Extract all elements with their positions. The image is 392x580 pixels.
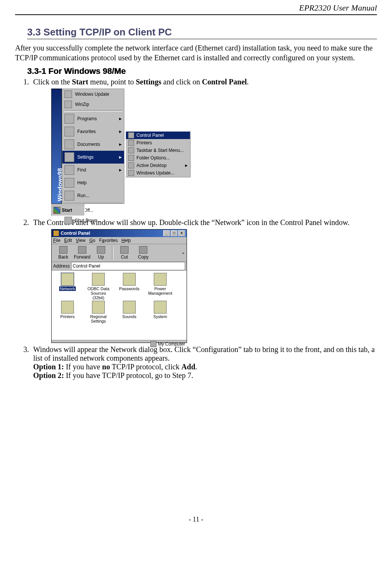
step-3: Windows will appear the Network dialog b… — [31, 345, 377, 380]
status-bar: My Computer — [52, 340, 187, 348]
submenu-arrow-icon: ▶ — [119, 142, 122, 146]
menu-go[interactable]: Go — [89, 238, 95, 243]
control-panel-content: Network ODBC Data Sources (32bit) Passwo… — [52, 271, 187, 340]
icon-power[interactable]: Power Management — [147, 273, 174, 300]
menu-help[interactable]: Help — [121, 238, 131, 243]
submenu-item-taskbar[interactable]: Taskbar & Start Menu... — [126, 147, 190, 154]
start-button[interactable]: Start — [51, 204, 85, 216]
menu-item-favorites[interactable]: Favorites▶ — [62, 125, 124, 138]
forward-icon — [78, 246, 86, 254]
windows-update-icon — [64, 90, 72, 98]
active-desktop-icon — [128, 162, 134, 168]
folder-options-icon — [128, 155, 134, 161]
favorites-icon — [64, 127, 74, 136]
submenu-item-windows-update[interactable]: Windows Update... — [126, 169, 190, 177]
tool-cut[interactable]: Cut — [115, 246, 134, 260]
step1-text: Click on the Start menu, point to Settin… — [33, 78, 249, 86]
figure-control-panel: Control Panel _ □ × File Edit View Go Fa… — [51, 229, 187, 343]
menu-item-find[interactable]: Find▶ — [62, 164, 124, 176]
settings-icon — [64, 152, 74, 162]
cut-icon — [120, 246, 129, 254]
step-1: Click on the Start menu, point to Settin… — [31, 78, 377, 216]
toolbar-overflow-icon[interactable]: » — [182, 251, 184, 255]
my-computer-icon — [150, 341, 156, 347]
icon-passwords[interactable]: Passwords — [116, 273, 143, 300]
menu-favorites[interactable]: Favorites — [99, 238, 118, 243]
winzip-icon — [64, 101, 72, 108]
documents-icon — [64, 139, 74, 149]
section-underline — [27, 39, 377, 39]
menu-item-winzip[interactable]: WinZip — [62, 99, 124, 109]
header-rule — [15, 14, 377, 15]
tool-back[interactable]: Back — [54, 246, 73, 260]
section-intro-paragraph: After you successfully complete the netw… — [15, 43, 377, 63]
menu-file[interactable]: File — [53, 238, 60, 243]
sounds-icon — [123, 301, 136, 314]
page-footer: - 11 - — [15, 516, 377, 523]
printers-icon — [61, 301, 74, 314]
power-icon — [154, 273, 167, 286]
help-icon — [64, 178, 74, 188]
submenu-item-folder-options[interactable]: Folder Options... — [126, 154, 190, 162]
address-input[interactable] — [71, 262, 185, 270]
figure-start-menu: Windows98 Windows Update WinZip Programs… — [51, 89, 194, 216]
close-button[interactable]: × — [178, 230, 185, 236]
icon-regional[interactable]: Regional Settings — [85, 301, 112, 323]
submenu-item-control-panel[interactable]: Control Panel — [126, 132, 190, 139]
tool-up[interactable]: Up — [92, 246, 110, 260]
windows-update-icon — [128, 170, 134, 176]
start-menu-column: Windows Update WinZip Programs▶ Favorite… — [62, 89, 124, 204]
tool-copy[interactable]: Copy — [134, 246, 153, 260]
maximize-button[interactable]: □ — [171, 230, 178, 236]
step3-option2: Option 2: If you have TCP/IP protocol, g… — [33, 371, 193, 380]
submenu-arrow-icon: ▶ — [185, 164, 188, 167]
up-icon — [97, 246, 105, 254]
address-label: Address — [53, 263, 70, 269]
window-titlebar: Control Panel _ □ × — [52, 230, 187, 237]
menu-view[interactable]: View — [76, 238, 86, 243]
icon-sounds[interactable]: Sounds — [116, 301, 143, 323]
tool-forward[interactable]: Forward — [73, 246, 92, 260]
submenu-item-active-desktop[interactable]: Active Desktop▶ — [126, 162, 190, 169]
icon-printers[interactable]: Printers — [54, 301, 81, 323]
submenu-item-printers[interactable]: Printers — [126, 139, 190, 147]
menu-bar: File Edit View Go Favorites Help — [52, 237, 187, 244]
menu-item-run[interactable]: Run... — [62, 189, 124, 202]
menu-item-shutdown[interactable]: Shut Down... — [62, 215, 124, 225]
menu-item-windows-update[interactable]: Windows Update — [62, 89, 124, 99]
taskbar-icon — [128, 147, 134, 153]
submenu-arrow-icon: ▶ — [119, 117, 122, 121]
icon-odbc[interactable]: ODBC Data Sources (32bit) — [85, 273, 112, 300]
windows-logo-icon — [54, 207, 60, 214]
submenu-arrow-icon: ▶ — [119, 130, 122, 133]
toolbar-separator — [112, 246, 113, 259]
run-icon — [64, 191, 74, 200]
section-heading: 3.3 Setting TCP/IP on Client PC — [27, 26, 377, 38]
address-bar: Address — [52, 262, 187, 271]
subsection-heading: 3.3-1 For Windows 98/Me — [27, 66, 377, 76]
programs-icon — [64, 114, 74, 124]
menu-item-help[interactable]: Help — [62, 176, 124, 189]
find-icon — [64, 165, 74, 175]
printers-icon — [128, 140, 134, 146]
folder-icon — [53, 230, 59, 236]
icon-network[interactable]: Network — [54, 273, 81, 300]
submenu-arrow-icon: ▶ — [119, 168, 122, 172]
menu-item-settings[interactable]: Settings▶ — [62, 151, 124, 164]
menu-item-programs[interactable]: Programs▶ — [62, 112, 124, 125]
shutdown-icon — [64, 217, 72, 224]
menu-edit[interactable]: Edit — [64, 238, 72, 243]
minimize-button[interactable]: _ — [163, 230, 170, 236]
running-header: EPR2320 User Manual — [15, 3, 377, 14]
menu-item-documents[interactable]: Documents▶ — [62, 138, 124, 151]
copy-icon — [139, 246, 147, 254]
window-title: Control Panel — [61, 231, 90, 236]
passwords-icon — [123, 273, 136, 286]
icon-system[interactable]: System — [147, 301, 174, 323]
regional-icon — [92, 301, 105, 314]
settings-submenu: Control Panel Printers Taskbar & Start M… — [125, 131, 191, 178]
toolbar: Back Forward Up Cut Copy » — [52, 244, 187, 262]
control-panel-icon — [128, 132, 134, 138]
odbc-icon — [92, 273, 105, 286]
step-2: The Control Panel window will show up. D… — [31, 218, 377, 343]
